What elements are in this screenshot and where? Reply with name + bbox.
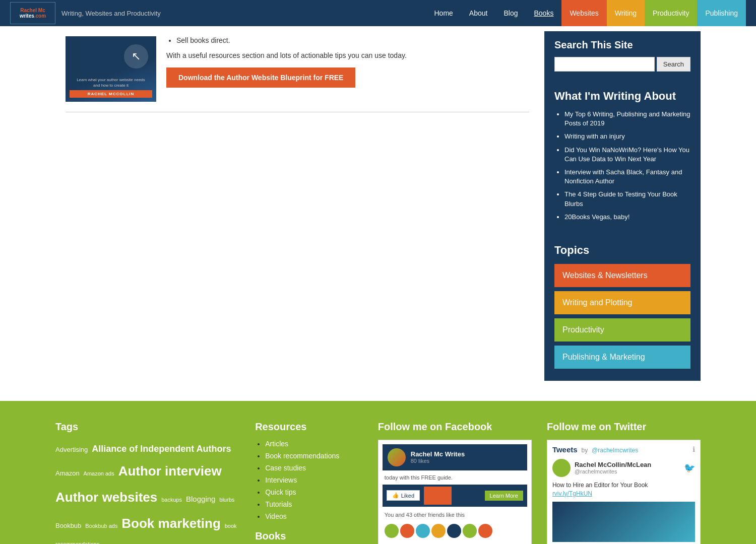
tweet-name: Rachel McCollin/McLean	[575, 461, 651, 468]
writing-title: What I'm Writing About	[554, 90, 690, 103]
logo-tagline: Writing, Websites and Productivity	[61, 10, 161, 17]
topic-websites[interactable]: Websites & Newsletters	[554, 264, 690, 287]
tag-alliance[interactable]: Alliance of Independent Authors	[92, 444, 231, 454]
footer-inner: Tags Advertising Alliance of Independent…	[55, 421, 701, 544]
fb-likes: 80 likes	[411, 458, 465, 464]
fb-mini-avatar-1	[385, 524, 399, 538]
resource-tutorials[interactable]: Tutorials	[265, 500, 363, 508]
writing-item-4[interactable]: The 4 Step Guide to Testing Your Book Bl…	[564, 190, 690, 208]
writing-item-5[interactable]: 20Books Vegas, baby!	[564, 213, 690, 222]
resource-bookrec[interactable]: Book recommendations	[265, 452, 363, 460]
fb-learn-more-button[interactable]: Learn More	[485, 491, 523, 501]
fb-mini-avatar-7	[478, 524, 492, 538]
promo-bullets: Sell books direct.	[166, 36, 529, 44]
promo-bullet-1: Sell books direct.	[176, 36, 529, 44]
promo-icon: ↖	[124, 44, 148, 69]
resource-quicktips[interactable]: Quick tips	[265, 488, 363, 496]
tag-amazon-ads[interactable]: Amazon ads	[84, 470, 114, 477]
resource-interviews[interactable]: Interviews	[265, 476, 363, 484]
writing-item-0[interactable]: My Top 6 Writing, Publishing and Marketi…	[564, 110, 690, 128]
tag-author-websites[interactable]: Author websites	[55, 490, 157, 505]
tag-blurbs[interactable]: blurbs	[219, 497, 234, 503]
twitter-handle[interactable]: @rachelmcwrites	[592, 447, 638, 454]
logo[interactable]: Rachel Mcwrites.com	[10, 2, 55, 24]
tag-blogging[interactable]: Blogging	[186, 495, 215, 503]
nav-publishing[interactable]: Publishing	[697, 0, 746, 26]
logo-area: Rachel Mcwrites.com Writing, Websites an…	[10, 2, 161, 24]
main-wrapper: ↖ Learn what your author website needs a…	[55, 26, 701, 401]
nav-home[interactable]: Home	[426, 0, 461, 26]
promo-description: With a useful resources section and lots…	[166, 51, 529, 59]
writing-section: What I'm Writing About My Top 6 Writing,…	[544, 82, 701, 236]
footer-facebook-col: Follow me on Facebook Rachel Mc Writes 8…	[378, 421, 532, 544]
fb-widget: Rachel Mc Writes 80 likes today with thi…	[378, 440, 532, 544]
info-icon: ℹ	[692, 445, 695, 453]
tweets-label: Tweets	[552, 445, 578, 454]
resources-list: Articles Book recommendations Case studi…	[255, 440, 363, 520]
topics-title: Topics	[554, 244, 690, 257]
cta-button[interactable]: Download the Author Website Blueprint fo…	[166, 67, 355, 88]
thumbs-up-icon: 👍	[392, 492, 399, 499]
footer-tags: Advertising Alliance of Independent Auth…	[55, 440, 240, 544]
nav-about[interactable]: About	[461, 0, 496, 26]
tag-backups[interactable]: backups	[161, 497, 182, 503]
fb-mini-avatar-3	[416, 524, 430, 538]
writing-item-3[interactable]: Interview with Sacha Black, Fantasy and …	[564, 168, 690, 186]
footer-resources-col: Resources Articles Book recommendations …	[255, 421, 363, 544]
footer-books-title: Books	[255, 530, 363, 542]
twitter-bird-icon: 🐦	[684, 462, 695, 473]
by-label: by	[582, 447, 588, 454]
nav-writing[interactable]: Writing	[607, 0, 645, 26]
footer-tags-col: Tags Advertising Alliance of Independent…	[55, 421, 240, 544]
fb-mini-avatar-5	[447, 524, 461, 538]
topic-productivity[interactable]: Productivity	[554, 318, 690, 342]
fb-friends-text: You and 43 other friends like this	[383, 510, 527, 520]
divider	[66, 112, 529, 112]
fb-desc: today with this FREE guide.	[383, 473, 527, 482]
fb-name: Rachel Mc Writes	[411, 450, 465, 458]
nav-blog[interactable]: Blog	[495, 0, 526, 26]
promo-image-name: RACHEL MCCOLLIN	[70, 90, 152, 98]
tag-amazon[interactable]: Amazon	[55, 469, 80, 477]
resource-articles[interactable]: Articles	[265, 440, 363, 448]
fb-mini-avatar-4	[431, 524, 446, 538]
fb-mini-avatar-6	[463, 524, 477, 538]
fb-header: Rachel Mc Writes 80 likes	[383, 444, 527, 470]
tag-advertising[interactable]: Advertising	[55, 446, 88, 453]
twitter-widget: Tweets by @rachelmcwrites ℹ Rachel McCol…	[547, 440, 701, 544]
search-button[interactable]: Search	[657, 57, 690, 72]
footer-resources-title: Resources	[255, 421, 363, 433]
topic-writing[interactable]: Writing and Plotting	[554, 291, 690, 314]
resource-casestudies[interactable]: Case studies	[265, 464, 363, 472]
tag-author-interview[interactable]: Author interview	[118, 463, 222, 479]
tag-bookbub-ads[interactable]: Bookbub ads	[85, 523, 117, 529]
nav-websites[interactable]: Websites	[561, 0, 606, 26]
resource-videos[interactable]: Videos	[265, 512, 363, 520]
tag-bookbub[interactable]: Bookbub	[55, 522, 81, 529]
top-nav: Rachel Mcwrites.com Writing, Websites an…	[0, 0, 756, 26]
nav-books[interactable]: Books	[526, 0, 561, 26]
tweet-text: How to Hire an Editor for Your Book rviv…	[552, 481, 695, 498]
search-input[interactable]	[554, 57, 655, 72]
footer-twitter-col: Follow me on Twitter Tweets by @rachelmc…	[547, 421, 701, 544]
promo-box: ↖ Learn what your author website needs a…	[66, 36, 529, 102]
search-form: Search	[554, 57, 690, 72]
tweet-image	[552, 502, 695, 542]
writing-item-1[interactable]: Writing with an injury	[564, 132, 690, 141]
fb-friend-avatars	[383, 522, 527, 540]
facebook-title: Follow me on Facebook	[378, 421, 532, 433]
promo-image-text: Learn what your author website needs and…	[77, 78, 145, 88]
promo-content: Sell books direct. With a useful resourc…	[166, 36, 529, 88]
fb-thumbnail	[424, 487, 452, 505]
topic-publishing[interactable]: Publishing & Marketing	[554, 346, 690, 369]
search-title: Search This Site	[554, 39, 690, 51]
twitter-title: Follow me on Twitter	[547, 421, 701, 433]
nav-productivity[interactable]: Productivity	[645, 0, 697, 26]
writing-item-2[interactable]: Did You Win NaNoWriMo? Here's How You Ca…	[564, 146, 690, 164]
tweet-link[interactable]: rviv.ly/TgHkUN	[552, 490, 592, 497]
tag-book-marketing[interactable]: Book marketing	[121, 516, 221, 531]
twitter-header: Tweets by @rachelmcwrites ℹ	[552, 445, 695, 454]
fb-like-button[interactable]: 👍 Liked	[387, 490, 420, 501]
fb-action-bar: 👍 Liked Learn More	[383, 485, 527, 507]
footer: Tags Advertising Alliance of Independent…	[0, 401, 756, 544]
